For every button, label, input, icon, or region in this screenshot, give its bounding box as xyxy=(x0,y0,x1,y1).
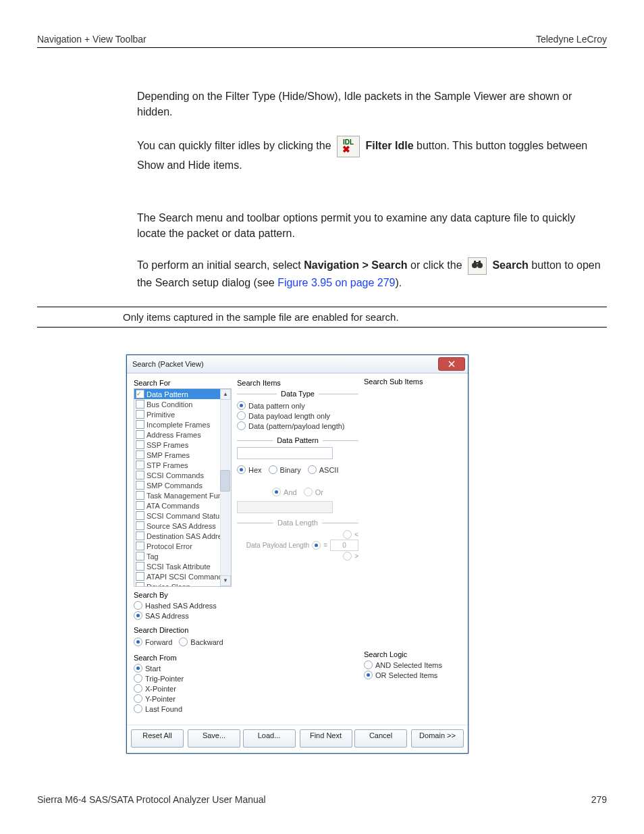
checkbox-icon[interactable] xyxy=(136,491,144,500)
list-item-label: Primitive xyxy=(146,411,175,419)
list-item[interactable]: Device Sleep xyxy=(134,581,231,587)
close-icon[interactable] xyxy=(438,357,465,371)
checkbox-icon[interactable] xyxy=(136,572,144,581)
list-item-label: Device Sleep xyxy=(146,583,190,588)
list-item-label: ATAPI SCSI Command xyxy=(146,573,223,581)
filter-idle-icon[interactable]: IDL✖ xyxy=(337,136,360,157)
reset-all-button[interactable]: Reset All xyxy=(131,729,184,748)
radio-hashed-sas[interactable]: Hashed SAS Address xyxy=(134,600,232,610)
radio-or-selected[interactable]: OR Selected Items xyxy=(364,670,461,680)
domain-button[interactable]: Domain >> xyxy=(411,729,464,748)
load-button[interactable]: Load... xyxy=(243,729,296,748)
list-item[interactable]: SCSI Command Status xyxy=(134,511,231,521)
search-logic-label: Search Logic xyxy=(364,650,461,658)
checkbox-icon[interactable] xyxy=(136,481,144,490)
list-item[interactable]: Primitive xyxy=(134,409,231,419)
scroll-down-icon[interactable]: ▼ xyxy=(220,575,231,586)
list-item[interactable]: ATA Commands xyxy=(134,500,231,511)
svg-rect-3 xyxy=(479,261,481,264)
checkbox-icon[interactable] xyxy=(136,440,144,449)
list-item[interactable]: Protocol Error xyxy=(134,541,231,551)
search-direction-label: Search Direction xyxy=(134,626,232,634)
radio-from-x[interactable]: X-Pointer xyxy=(134,683,232,694)
checkbox-icon[interactable] xyxy=(136,511,144,520)
pattern-input[interactable] xyxy=(237,447,333,459)
search-from-label: Search From xyxy=(134,654,232,662)
radio-sas-address[interactable]: SAS Address xyxy=(134,610,232,621)
search-by-label: Search By xyxy=(134,591,232,599)
radio-binary[interactable]: Binary xyxy=(269,465,301,475)
search-items-column: Search Items Data Type Data pattern only… xyxy=(234,376,361,721)
list-item-label: Protocol Error xyxy=(146,542,192,550)
header-left: Navigation + View Toolbar xyxy=(37,34,146,45)
svg-rect-2 xyxy=(474,261,476,264)
list-item[interactable]: ATAPI SCSI Command xyxy=(134,571,231,581)
radio-from-last[interactable]: Last Found xyxy=(134,704,232,714)
cancel-button[interactable]: Cancel xyxy=(354,729,407,748)
find-next-button[interactable]: Find Next xyxy=(300,729,352,748)
save-button[interactable]: Save... xyxy=(188,729,240,748)
search-for-label: Search For xyxy=(134,379,232,387)
checkbox-icon[interactable] xyxy=(136,450,144,459)
radio-backward[interactable]: Backward xyxy=(179,637,223,647)
checkbox-icon[interactable] xyxy=(136,430,144,439)
radio-pattern-payload[interactable]: Data (pattern/payload length) xyxy=(237,421,358,431)
checkbox-icon[interactable] xyxy=(136,390,144,398)
list-item[interactable]: Incomplete Frames xyxy=(134,419,231,429)
checkbox-icon[interactable] xyxy=(136,521,144,530)
radio-payload-length-only[interactable]: Data payload length only xyxy=(237,411,358,421)
list-item[interactable]: SMP Commands xyxy=(134,480,231,490)
pattern-input-2 xyxy=(237,501,333,513)
list-item[interactable]: Tag xyxy=(134,551,231,561)
checkbox-icon[interactable] xyxy=(136,562,144,571)
list-item-label: SCSI Commands xyxy=(146,471,204,479)
scrollbar-thumb[interactable] xyxy=(220,470,230,492)
radio-data-pattern-only[interactable]: Data pattern only xyxy=(237,400,358,411)
dialog-titlebar[interactable]: Search (Packet View) xyxy=(127,355,468,373)
radio-and-selected[interactable]: AND Selected Items xyxy=(364,660,461,670)
list-item[interactable]: SMP Frames xyxy=(134,450,231,460)
data-length-legend: Data Length xyxy=(273,519,322,527)
list-item-label: SSP Frames xyxy=(146,441,188,449)
search-for-listbox[interactable]: Data PatternBus ConditionPrimitiveIncomp… xyxy=(134,388,232,587)
binoculars-icon[interactable] xyxy=(468,257,487,275)
checkbox-icon[interactable] xyxy=(136,501,144,510)
checkbox-icon[interactable] xyxy=(136,542,144,550)
checkbox-icon[interactable] xyxy=(136,410,144,419)
figure-link[interactable]: Figure 3.95 on page 279 xyxy=(277,277,395,288)
scroll-up-icon[interactable]: ▲ xyxy=(220,389,231,400)
payload-length-input: 0 xyxy=(330,540,358,551)
radio-hex[interactable]: Hex xyxy=(237,465,262,475)
radio-ascii[interactable]: ASCII xyxy=(308,465,339,475)
list-item[interactable]: Data Pattern xyxy=(134,389,231,399)
header-right: Teledyne LeCroy xyxy=(536,34,607,45)
list-item[interactable]: SCSI Task Attribute xyxy=(134,561,231,571)
list-item[interactable]: SSP Frames xyxy=(134,440,231,450)
radio-forward[interactable]: Forward xyxy=(134,637,172,647)
list-item[interactable]: Destination SAS Address xyxy=(134,531,231,541)
list-item[interactable]: Task Management Func xyxy=(134,490,231,500)
list-item[interactable]: STP Frames xyxy=(134,460,231,470)
radio-from-y[interactable]: Y-Pointer xyxy=(134,694,232,704)
list-item-label: Source SAS Address xyxy=(146,522,216,530)
radio-from-trig[interactable]: Trig-Pointer xyxy=(134,673,232,683)
search-sub-items-column: Search Sub Items Search Logic AND Select… xyxy=(361,376,464,721)
radio-gt: > xyxy=(343,551,358,561)
checkbox-icon[interactable] xyxy=(136,471,144,479)
checkbox-icon[interactable] xyxy=(136,420,144,429)
checkbox-icon[interactable] xyxy=(136,400,144,409)
radio-from-start[interactable]: Start xyxy=(134,663,232,673)
list-item-label: SMP Commands xyxy=(146,481,203,490)
list-item-label: Address Frames xyxy=(146,431,201,439)
checkbox-icon[interactable] xyxy=(136,552,144,561)
list-item[interactable]: Address Frames xyxy=(134,429,231,440)
list-item[interactable]: Source SAS Address xyxy=(134,521,231,531)
list-item[interactable]: SCSI Commands xyxy=(134,470,231,480)
checkbox-icon[interactable] xyxy=(136,461,144,469)
search-sub-items-label: Search Sub Items xyxy=(364,377,461,386)
checkbox-icon[interactable] xyxy=(136,582,144,587)
checkbox-icon[interactable] xyxy=(136,531,144,540)
list-item[interactable]: Bus Condition xyxy=(134,399,231,409)
note-separator: Only items captured in the sample file a… xyxy=(37,307,607,328)
footer-page: 279 xyxy=(591,794,607,805)
